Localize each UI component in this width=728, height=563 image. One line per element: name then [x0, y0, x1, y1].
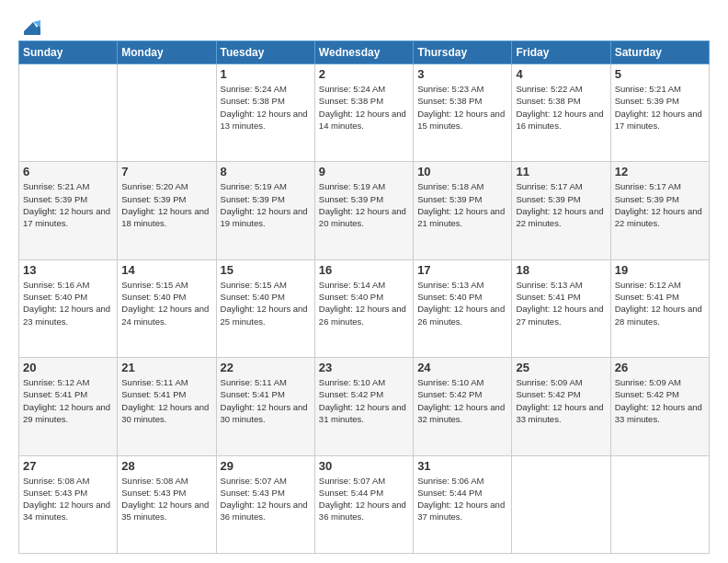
calendar-cell: 3Sunrise: 5:23 AM Sunset: 5:38 PM Daylig… [414, 64, 512, 162]
logo-icon [20, 15, 40, 35]
calendar-cell: 11Sunrise: 5:17 AM Sunset: 5:39 PM Dayli… [512, 162, 610, 259]
calendar-cell: 1Sunrise: 5:24 AM Sunset: 5:38 PM Daylig… [216, 64, 314, 162]
day-number: 7 [121, 165, 211, 178]
day-info: Sunrise: 5:20 AM Sunset: 5:39 PM Dayligh… [121, 180, 211, 229]
day-number: 13 [23, 263, 113, 277]
day-info: Sunrise: 5:11 AM Sunset: 5:41 PM Dayligh… [121, 376, 211, 425]
week-row-5: 27Sunrise: 5:08 AM Sunset: 5:43 PM Dayli… [19, 455, 710, 553]
day-number: 2 [319, 67, 409, 81]
calendar-cell: 29Sunrise: 5:07 AM Sunset: 5:43 PM Dayli… [216, 455, 314, 553]
calendar-cell [19, 64, 118, 162]
weekday-thursday: Thursday [414, 41, 512, 64]
calendar-cell: 25Sunrise: 5:09 AM Sunset: 5:42 PM Dayli… [512, 358, 610, 455]
weekday-monday: Monday [118, 41, 216, 64]
calendar-cell: 31Sunrise: 5:06 AM Sunset: 5:44 PM Dayli… [414, 455, 512, 553]
day-info: Sunrise: 5:09 AM Sunset: 5:42 PM Dayligh… [516, 376, 606, 425]
calendar-cell [118, 64, 216, 162]
day-info: Sunrise: 5:17 AM Sunset: 5:39 PM Dayligh… [516, 180, 606, 229]
calendar-cell: 30Sunrise: 5:07 AM Sunset: 5:44 PM Dayli… [314, 455, 413, 553]
day-number: 1 [221, 67, 311, 81]
day-info: Sunrise: 5:13 AM Sunset: 5:40 PM Dayligh… [417, 279, 507, 327]
calendar-cell: 10Sunrise: 5:18 AM Sunset: 5:39 PM Dayli… [414, 162, 512, 259]
day-number: 18 [516, 263, 606, 277]
calendar-table: SundayMondayTuesdayWednesdayThursdayFrid… [18, 40, 710, 554]
day-info: Sunrise: 5:12 AM Sunset: 5:41 PM Dayligh… [615, 279, 705, 327]
weekday-header-row: SundayMondayTuesdayWednesdayThursdayFrid… [19, 41, 710, 64]
calendar-cell: 27Sunrise: 5:08 AM Sunset: 5:43 PM Dayli… [19, 455, 118, 553]
week-row-1: 1Sunrise: 5:24 AM Sunset: 5:38 PM Daylig… [19, 64, 710, 162]
day-number: 6 [23, 165, 113, 178]
day-info: Sunrise: 5:11 AM Sunset: 5:41 PM Dayligh… [221, 376, 311, 425]
day-number: 16 [319, 263, 409, 277]
day-number: 10 [417, 165, 507, 178]
day-info: Sunrise: 5:18 AM Sunset: 5:39 PM Dayligh… [417, 180, 507, 229]
day-info: Sunrise: 5:14 AM Sunset: 5:40 PM Dayligh… [319, 279, 409, 327]
weekday-sunday: Sunday [19, 41, 118, 64]
day-number: 4 [516, 67, 606, 81]
day-info: Sunrise: 5:17 AM Sunset: 5:39 PM Dayligh… [615, 180, 705, 229]
calendar-cell: 12Sunrise: 5:17 AM Sunset: 5:39 PM Dayli… [610, 162, 709, 259]
week-row-4: 20Sunrise: 5:12 AM Sunset: 5:41 PM Dayli… [19, 358, 710, 455]
logo [18, 15, 40, 31]
weekday-tuesday: Tuesday [216, 41, 314, 64]
day-info: Sunrise: 5:07 AM Sunset: 5:44 PM Dayligh… [319, 475, 409, 523]
calendar-cell: 21Sunrise: 5:11 AM Sunset: 5:41 PM Dayli… [118, 358, 216, 455]
day-info: Sunrise: 5:10 AM Sunset: 5:42 PM Dayligh… [417, 376, 507, 425]
calendar-cell: 6Sunrise: 5:21 AM Sunset: 5:39 PM Daylig… [19, 162, 118, 259]
day-number: 8 [221, 165, 311, 178]
week-row-3: 13Sunrise: 5:16 AM Sunset: 5:40 PM Dayli… [19, 259, 710, 357]
day-info: Sunrise: 5:24 AM Sunset: 5:38 PM Dayligh… [319, 83, 409, 132]
day-number: 3 [417, 67, 507, 81]
calendar-cell: 24Sunrise: 5:10 AM Sunset: 5:42 PM Dayli… [414, 358, 512, 455]
calendar-cell [610, 455, 709, 553]
day-number: 23 [319, 361, 409, 374]
day-info: Sunrise: 5:12 AM Sunset: 5:41 PM Dayligh… [23, 376, 113, 425]
day-number: 5 [615, 67, 705, 81]
weekday-friday: Friday [512, 41, 610, 64]
header [18, 15, 710, 31]
day-number: 25 [516, 361, 606, 374]
calendar-cell: 2Sunrise: 5:24 AM Sunset: 5:38 PM Daylig… [314, 64, 413, 162]
calendar-cell: 23Sunrise: 5:10 AM Sunset: 5:42 PM Dayli… [314, 358, 413, 455]
week-row-2: 6Sunrise: 5:21 AM Sunset: 5:39 PM Daylig… [19, 162, 710, 259]
day-info: Sunrise: 5:19 AM Sunset: 5:39 PM Dayligh… [319, 180, 409, 229]
calendar-cell: 28Sunrise: 5:08 AM Sunset: 5:43 PM Dayli… [118, 455, 216, 553]
day-number: 31 [417, 459, 507, 473]
day-info: Sunrise: 5:21 AM Sunset: 5:39 PM Dayligh… [23, 180, 113, 229]
calendar-cell: 19Sunrise: 5:12 AM Sunset: 5:41 PM Dayli… [610, 259, 709, 357]
calendar-cell: 17Sunrise: 5:13 AM Sunset: 5:40 PM Dayli… [414, 259, 512, 357]
calendar-cell: 9Sunrise: 5:19 AM Sunset: 5:39 PM Daylig… [314, 162, 413, 259]
day-info: Sunrise: 5:10 AM Sunset: 5:42 PM Dayligh… [319, 376, 409, 425]
calendar-cell: 22Sunrise: 5:11 AM Sunset: 5:41 PM Dayli… [216, 358, 314, 455]
day-number: 28 [121, 459, 211, 473]
day-number: 21 [121, 361, 211, 374]
day-number: 15 [221, 263, 311, 277]
page: SundayMondayTuesdayWednesdayThursdayFrid… [0, 0, 728, 563]
calendar-cell: 15Sunrise: 5:15 AM Sunset: 5:40 PM Dayli… [216, 259, 314, 357]
day-info: Sunrise: 5:09 AM Sunset: 5:42 PM Dayligh… [615, 376, 705, 425]
calendar-cell: 8Sunrise: 5:19 AM Sunset: 5:39 PM Daylig… [216, 162, 314, 259]
day-info: Sunrise: 5:21 AM Sunset: 5:39 PM Dayligh… [615, 83, 705, 132]
calendar-cell: 7Sunrise: 5:20 AM Sunset: 5:39 PM Daylig… [118, 162, 216, 259]
day-info: Sunrise: 5:06 AM Sunset: 5:44 PM Dayligh… [417, 475, 507, 523]
weekday-saturday: Saturday [610, 41, 709, 64]
day-info: Sunrise: 5:08 AM Sunset: 5:43 PM Dayligh… [23, 475, 113, 523]
day-number: 17 [417, 263, 507, 277]
day-info: Sunrise: 5:15 AM Sunset: 5:40 PM Dayligh… [221, 279, 311, 327]
day-number: 12 [615, 165, 705, 178]
day-info: Sunrise: 5:07 AM Sunset: 5:43 PM Dayligh… [221, 475, 311, 523]
day-number: 19 [615, 263, 705, 277]
day-info: Sunrise: 5:15 AM Sunset: 5:40 PM Dayligh… [121, 279, 211, 327]
day-number: 20 [23, 361, 113, 374]
weekday-wednesday: Wednesday [314, 41, 413, 64]
day-number: 24 [417, 361, 507, 374]
calendar-cell: 4Sunrise: 5:22 AM Sunset: 5:38 PM Daylig… [512, 64, 610, 162]
day-info: Sunrise: 5:24 AM Sunset: 5:38 PM Dayligh… [221, 83, 311, 132]
calendar-cell: 5Sunrise: 5:21 AM Sunset: 5:39 PM Daylig… [610, 64, 709, 162]
day-number: 29 [221, 459, 311, 473]
day-info: Sunrise: 5:13 AM Sunset: 5:41 PM Dayligh… [516, 279, 606, 327]
day-info: Sunrise: 5:23 AM Sunset: 5:38 PM Dayligh… [417, 83, 507, 132]
day-info: Sunrise: 5:22 AM Sunset: 5:38 PM Dayligh… [516, 83, 606, 132]
calendar-cell: 14Sunrise: 5:15 AM Sunset: 5:40 PM Dayli… [118, 259, 216, 357]
calendar-cell: 18Sunrise: 5:13 AM Sunset: 5:41 PM Dayli… [512, 259, 610, 357]
